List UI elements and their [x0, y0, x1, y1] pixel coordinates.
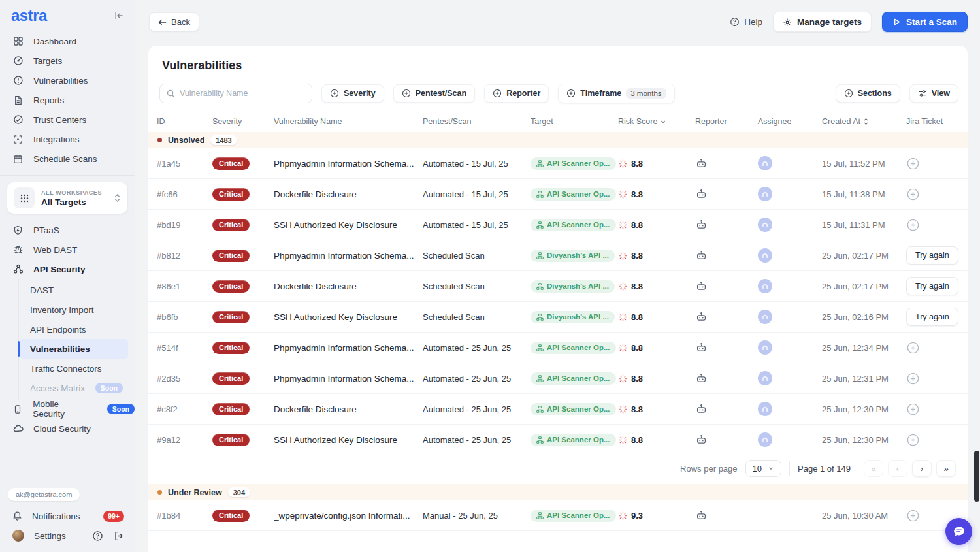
vulnerability-name[interactable]: SSH Authorized Key Disclosure [274, 220, 423, 230]
group-header-unsolved[interactable]: Unsolved 1483 [148, 132, 968, 148]
filter-pentest-scan-button[interactable]: Pentest/Scan [393, 84, 476, 103]
add-jira-ticket-icon[interactable] [906, 187, 920, 201]
sidebar-item-cloud-security[interactable]: Cloud Security [0, 419, 135, 438]
target-pill[interactable]: API Scanner Op... [531, 342, 616, 354]
vuln-id[interactable]: #1a45 [157, 159, 212, 169]
table-row[interactable]: #1a45 Critical Phpmyadmin Information Sc… [148, 148, 968, 179]
vulnerability-name[interactable]: Phpmyadmin Information Schema... [274, 251, 423, 261]
sidebar-item-notifications[interactable]: Notifications 99+ [0, 506, 135, 526]
vuln-id[interactable]: #86e1 [157, 282, 212, 291]
vuln-id[interactable]: #1b84 [157, 511, 212, 521]
sidebar-item-vulnerabilities-active[interactable]: Vulnerabilities [19, 339, 128, 359]
reporter-robot-icon[interactable] [695, 372, 708, 385]
assignee-avatar[interactable] [758, 279, 772, 293]
add-jira-ticket-icon[interactable] [906, 433, 920, 447]
back-button[interactable]: Back [149, 12, 199, 31]
logout-icon[interactable] [113, 530, 124, 542]
target-pill[interactable]: API Scanner Op... [531, 219, 616, 231]
table-row[interactable]: #b6fb Critical SSH Authorized Key Disclo… [148, 302, 968, 333]
vulnerability-name[interactable]: Phpmyadmin Information Schema... [274, 159, 423, 169]
sidebar-item-ptaas[interactable]: PTaaS [0, 220, 135, 240]
table-row[interactable]: #9a12 Critical SSH Authorized Key Disclo… [148, 425, 968, 455]
col-pentest-scan[interactable]: Pentest/Scan [423, 117, 531, 126]
target-pill[interactable]: Divyansh's API ... [531, 250, 615, 262]
sidebar-item-web-dast[interactable]: Web DAST [0, 240, 135, 259]
vuln-id[interactable]: #b6fb [157, 312, 212, 322]
vulnerability-name[interactable]: Phpmyadmin Information Schema... [274, 343, 423, 353]
filter-timeframe-button[interactable]: Timeframe 3 months [558, 84, 674, 103]
table-row[interactable]: #b812 Critical Phpmyadmin Information Sc… [148, 240, 968, 271]
sidebar-item-trust-centers[interactable]: Trust Centers [0, 110, 135, 129]
target-pill[interactable]: Divyansh's API ... [531, 311, 615, 323]
search-input-wrap[interactable] [159, 84, 312, 103]
try-again-button[interactable]: Try again [906, 308, 958, 326]
question-circle-icon[interactable] [92, 530, 103, 542]
help-link[interactable]: Help [730, 17, 762, 27]
target-pill[interactable]: API Scanner Op... [531, 372, 616, 385]
col-risk-score[interactable]: Risk Score [618, 117, 695, 126]
first-page-button[interactable]: « [864, 460, 883, 477]
reporter-robot-icon[interactable] [695, 403, 708, 415]
vuln-id[interactable]: #c8f2 [157, 404, 212, 414]
manage-targets-button[interactable]: Manage targets [773, 12, 872, 32]
vulnerability-name[interactable]: Dockerfile Disclosure [274, 404, 423, 414]
table-row[interactable]: #2d35 Critical Phpmyadmin Information Sc… [148, 363, 968, 394]
filter-severity-button[interactable]: Severity [321, 84, 384, 103]
target-pill[interactable]: API Scanner Op... [531, 188, 616, 201]
last-page-button[interactable]: » [936, 460, 956, 477]
vulnerability-name[interactable]: Dockerfile Disclosure [274, 189, 423, 199]
sidebar-item-api-endpoints[interactable]: API Endpoints [19, 319, 128, 339]
sections-button[interactable]: Sections [836, 84, 900, 103]
col-reporter[interactable]: Reporter [695, 117, 758, 126]
col-vulnerability-name[interactable]: Vulnerability Name [274, 117, 423, 126]
reporter-robot-icon[interactable] [695, 510, 708, 522]
prev-page-button[interactable]: ‹ [888, 460, 907, 477]
assignee-avatar[interactable] [758, 340, 772, 355]
assignee-avatar[interactable] [758, 156, 772, 170]
add-jira-ticket-icon[interactable] [906, 509, 920, 523]
search-input[interactable] [180, 89, 305, 98]
add-jira-ticket-icon[interactable] [906, 372, 920, 385]
vulnerability-name[interactable]: SSH Authorized Key Disclosure [274, 435, 423, 445]
vulnerability-name[interactable]: Dockerfile Disclosure [274, 282, 423, 291]
col-jira-ticket[interactable]: Jira Ticket [906, 117, 959, 126]
vuln-id[interactable]: #b812 [157, 251, 212, 261]
target-pill[interactable]: API Scanner Op... [531, 434, 616, 446]
add-jira-ticket-icon[interactable] [906, 218, 920, 232]
table-row[interactable]: #514f Critical Phpmyadmin Information Sc… [148, 333, 968, 363]
sidebar-item-schedule-scans[interactable]: Schedule Scans [0, 149, 135, 169]
next-page-button[interactable]: › [912, 460, 932, 477]
collapse-sidebar-icon[interactable] [114, 10, 124, 21]
filter-reporter-button[interactable]: Reporter [484, 84, 549, 103]
sidebar-item-settings[interactable]: Settings [0, 526, 135, 545]
table-row[interactable]: #1b84 Critical _wpeprivate/config.json I… [148, 500, 968, 531]
col-created-at[interactable]: Created At [822, 117, 906, 126]
rows-per-page-select[interactable]: 10 [745, 460, 781, 477]
assignee-avatar[interactable] [758, 402, 772, 416]
table-row[interactable]: #86e1 Critical Dockerfile Disclosure Sch… [148, 271, 968, 302]
sidebar-item-inventory-import[interactable]: Inventory Import [19, 300, 128, 319]
col-assignee[interactable]: Assignee [758, 117, 822, 126]
vulnerability-name[interactable]: _wpeprivate/config.json Informati... [274, 511, 423, 521]
sidebar-item-dast[interactable]: DAST [19, 280, 128, 300]
workspace-selector[interactable]: ALL WORKSPACES All Targets [7, 182, 127, 214]
assignee-avatar[interactable] [758, 310, 772, 324]
target-pill[interactable]: Divyansh's API ... [531, 280, 615, 293]
vuln-id[interactable]: #9a12 [157, 435, 212, 445]
vertical-scrollbar-thumb[interactable] [974, 451, 979, 502]
col-target[interactable]: Target [531, 117, 618, 126]
sidebar-item-vulnerabilities[interactable]: Vulnerabilities [0, 71, 135, 90]
add-jira-ticket-icon[interactable] [906, 402, 920, 416]
reporter-robot-icon[interactable] [695, 188, 708, 201]
vuln-id[interactable]: #514f [157, 343, 212, 353]
assignee-avatar[interactable] [758, 432, 772, 447]
target-pill[interactable]: API Scanner Op... [531, 157, 616, 170]
table-row[interactable]: #c8f2 Critical Dockerfile Disclosure Aut… [148, 394, 968, 425]
target-pill[interactable]: API Scanner Op... [531, 403, 616, 415]
add-jira-ticket-icon[interactable] [906, 341, 920, 355]
table-row[interactable]: #bd19 Critical SSH Authorized Key Disclo… [148, 210, 968, 240]
col-id[interactable]: ID [157, 117, 212, 126]
assignee-avatar[interactable] [758, 218, 772, 232]
view-button[interactable]: View [909, 84, 958, 103]
vuln-id[interactable]: #fc66 [157, 189, 212, 199]
